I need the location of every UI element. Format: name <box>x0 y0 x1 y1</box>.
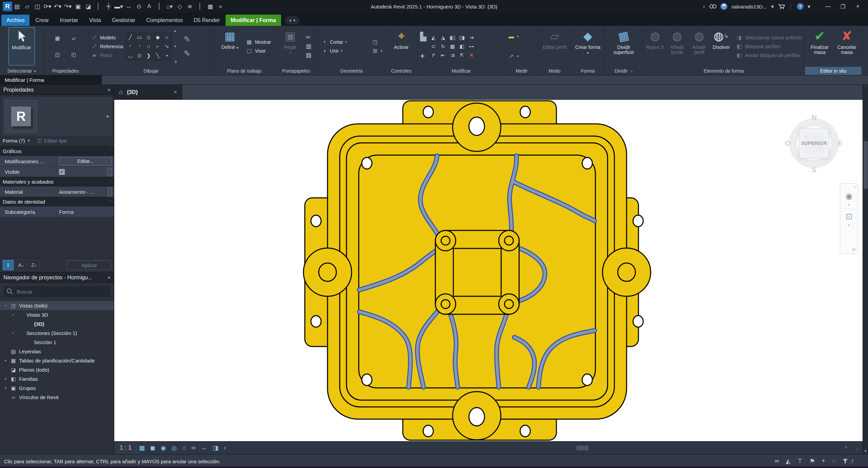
visible-checkbox[interactable]: ✔ <box>59 169 65 175</box>
spline-surface-icon[interactable]: ✎ <box>180 33 195 46</box>
properties-icon[interactable]: ◫ <box>50 46 66 63</box>
draw-model-line[interactable]: ⟋Modelo <box>91 34 123 42</box>
tree-item[interactable]: {3D} <box>0 319 114 329</box>
drawing-viewport[interactable]: N E S O SUPERIOR × ◉ ▾ ⊡ ▾ <box>114 100 863 441</box>
help-icon[interactable]: ? <box>797 3 804 10</box>
divide-surface-button[interactable]: ▦ Dividir superficie <box>611 27 637 65</box>
draw-tool-icon[interactable]: ◜ <box>126 42 135 51</box>
modify-tool-icon[interactable]: ▯▮ <box>457 33 467 42</box>
user-avatar[interactable] <box>721 3 727 10</box>
selection-filter-count[interactable]: :7 <box>849 458 854 464</box>
center-fixture[interactable] <box>435 230 519 314</box>
modify-tool-icon[interactable]: ⇥ <box>467 33 476 42</box>
aligned-dimension-tool[interactable]: ↗▾ <box>508 52 536 60</box>
section-datos-identidad[interactable]: Datos de identidadˆ <box>0 197 114 206</box>
qat-icon[interactable]: ⟳▾ <box>43 1 52 12</box>
draw-tool-icon[interactable]: ▭ <box>135 33 144 42</box>
tab-archivo[interactable]: Archivo <box>1 15 29 26</box>
username[interactable]: salvarado13D... <box>731 4 767 10</box>
qat-icon[interactable]: │ <box>155 1 164 12</box>
sort-descending-button[interactable]: Z↓ <box>28 260 39 270</box>
define-workplane-button[interactable]: ▦ Definir ▾ <box>217 27 243 65</box>
qat-icon[interactable]: ⊙ <box>134 1 144 12</box>
steering-wheel-icon[interactable]: ◉ <box>846 190 853 202</box>
qat-icon[interactable]: ▱ <box>22 1 32 12</box>
edit-profile-button[interactable]: ▱ Editar perfil <box>541 27 568 65</box>
tree-expander-icon[interactable]: + <box>3 358 8 363</box>
user-menu-chevron-icon[interactable]: ▾ <box>771 3 774 10</box>
tab-insertar[interactable]: Insertar <box>55 15 83 26</box>
spline-edit-icon[interactable]: ✎ <box>180 47 195 60</box>
workplane-viewer[interactable]: ▢Visor <box>245 47 271 55</box>
modify-tool-icon[interactable]: ◭ <box>429 33 438 42</box>
tree-item[interactable]: +◧Familias <box>0 374 114 383</box>
scroll-up-icon[interactable]: ˆ <box>863 86 868 90</box>
properties-icon[interactable]: ▦ <box>50 30 66 46</box>
tree-item[interactable]: ▤Leyendas <box>0 347 114 356</box>
qat-icon[interactable]: ▤ <box>12 1 22 12</box>
close-icon[interactable]: × <box>107 87 111 93</box>
measure-tool[interactable]: ▬▾ <box>508 33 536 41</box>
draw-tool-icon[interactable]: ◝ <box>135 42 144 51</box>
tree-expander-icon[interactable]: + <box>3 376 8 381</box>
tree-item[interactable]: ∞Vínculos de Revit <box>0 393 114 402</box>
tab-vista[interactable]: Vista <box>84 15 106 26</box>
draw-plane[interactable]: ▰Plano <box>91 51 123 59</box>
unlock-profiles[interactable]: ◧Anular bloqueo de perfiles <box>735 51 802 59</box>
clipboard-tool-icon[interactable]: ▨ <box>306 52 311 59</box>
status-toggle-icon[interactable]: ◭ <box>786 457 791 465</box>
show-workplane[interactable]: ▦Mostrar <box>245 38 271 46</box>
qat-icon[interactable]: ╪ <box>104 1 113 12</box>
draw-tool-icon[interactable]: ◇ <box>144 33 153 42</box>
tab-d5-render[interactable]: D5 Render <box>189 15 225 26</box>
draw-tool-icon[interactable]: ○ <box>162 33 172 42</box>
tree-expander-icon[interactable]: − <box>11 331 15 336</box>
modify-tool-icon[interactable]: ⇤ <box>438 51 448 60</box>
navbar-options-icon[interactable]: ⊜ <box>852 247 856 252</box>
create-form-button[interactable]: ◆ Crear forma ▾ <box>575 27 601 65</box>
draw-reference-line[interactable]: ⟋Referencia <box>91 42 123 51</box>
view-scale[interactable]: 1 : 1 <box>120 444 132 451</box>
sort-ascending-button[interactable]: A↓ <box>16 260 26 270</box>
view-control-icon[interactable]: ▩ <box>139 444 145 452</box>
qat-icon[interactable]: » <box>216 1 225 12</box>
type-name[interactable]: Forma (7) <box>3 138 25 144</box>
clipboard-tool-icon[interactable]: ▥ <box>306 43 311 50</box>
compass-west[interactable]: O <box>785 139 790 147</box>
modify-tool-icon[interactable]: ▦ <box>448 42 457 51</box>
wheel-chevron-icon[interactable]: ▾ <box>848 203 850 207</box>
qat-icon[interactable]: ▦ <box>205 1 215 12</box>
panel-label-propiedades[interactable]: Propiedades <box>43 67 88 75</box>
tree-item[interactable]: −◳Vistas (todo) <box>0 301 114 310</box>
draw-tool-icon[interactable]: ╲ <box>153 51 162 60</box>
horizontal-scrollbar-thumb[interactable] <box>576 446 589 450</box>
tree-item[interactable]: Sección 1 <box>0 338 114 347</box>
modify-tool-icon[interactable]: ⊂ <box>429 42 438 51</box>
view-control-icon[interactable]: ∞ <box>191 444 196 451</box>
add-profile-button[interactable]: ◍ Añadir perfil <box>689 27 709 65</box>
filter-icon[interactable] <box>842 458 848 464</box>
tree-item[interactable]: +▣Grupos <box>0 383 114 393</box>
viewcube-top-face[interactable]: SUPERIOR <box>799 128 829 158</box>
qat-icon[interactable]: ↷▾ <box>63 1 73 12</box>
view-control-icon[interactable]: ↔ <box>201 444 207 451</box>
view-control-icon[interactable]: ◼ <box>150 444 155 452</box>
close-view-icon[interactable]: × <box>174 89 177 95</box>
properties-icon[interactable]: ◰ <box>66 46 82 63</box>
dissolve-button[interactable]: ◍↳ Disolver <box>711 27 731 65</box>
close-icon[interactable]: × <box>107 275 111 280</box>
modify-button[interactable]: Modificar <box>8 27 35 65</box>
activate-controls-button[interactable]: ⌖ Activar <box>388 27 415 65</box>
qat-icon[interactable]: ▣ <box>73 1 83 12</box>
modify-tool-icon[interactable]: ⇉ <box>448 51 457 60</box>
material-value[interactable]: Aislamiento - ... <box>59 189 94 195</box>
qat-icon[interactable]: ≋ <box>185 1 195 12</box>
scroll-down-icon[interactable]: ▾ <box>863 449 868 453</box>
modify-tool-icon[interactable]: ◧ <box>457 42 467 51</box>
paste-button[interactable]: ▣ Pegar▾ <box>277 27 303 65</box>
status-toggle-icon[interactable]: ◌ <box>832 457 836 465</box>
navbar-close-icon[interactable]: × <box>854 185 856 190</box>
status-toggle-icon[interactable]: ⊤ <box>797 457 803 465</box>
restore-button[interactable]: ❒ <box>835 3 850 10</box>
qat-icon[interactable]: ↔ <box>124 1 134 12</box>
